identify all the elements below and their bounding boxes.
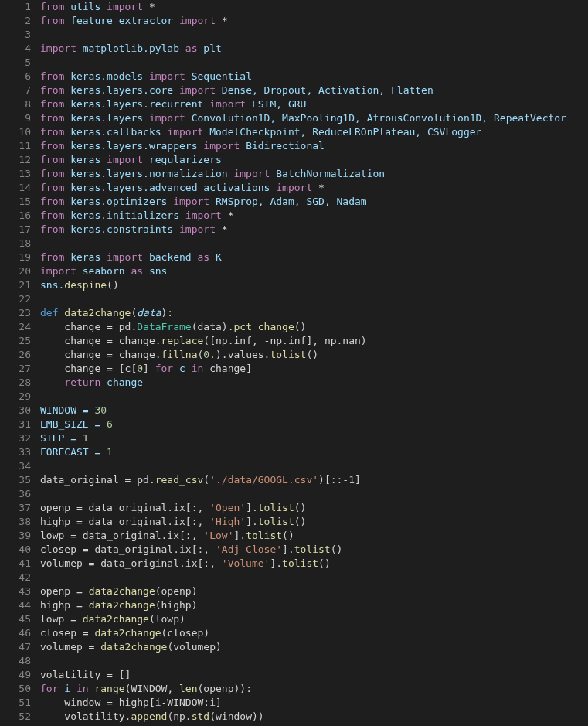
line-number: 28 (0, 376, 31, 390)
token-var: keras.layers.core (70, 84, 179, 96)
token-punc: () (294, 516, 307, 527)
code-line[interactable] (40, 56, 588, 70)
token-kw: import (149, 112, 192, 124)
code-line[interactable] (40, 654, 588, 668)
code-line[interactable] (40, 292, 588, 306)
code-line[interactable]: lowp = data2change(lowp) (40, 612, 588, 626)
token-op: (np. (167, 711, 191, 722)
code-line[interactable]: from feature_extractor import * (40, 14, 588, 28)
code-area[interactable]: from utils import *from feature_extracto… (40, 0, 588, 726)
code-line[interactable]: from keras.layers.recurrent import LSTM,… (40, 97, 588, 111)
code-line[interactable]: from keras.layers.wrappers import Bidire… (40, 139, 588, 153)
code-line[interactable]: sns.despine() (40, 278, 588, 292)
code-line[interactable]: openp = data2change(openp) (40, 585, 588, 598)
token-kw: as (185, 43, 203, 54)
code-line[interactable]: volatility = [] (40, 668, 588, 682)
token-kw: import (149, 70, 192, 82)
token-fn: data2change (89, 585, 155, 597)
line-number: 38 (0, 515, 31, 529)
token-num: 0 (137, 363, 143, 374)
code-line[interactable]: from keras.callbacks import ModelCheckpo… (40, 125, 588, 139)
code-line[interactable]: from keras.layers.core import Dense, Dro… (40, 84, 588, 97)
token-kw: as (131, 265, 148, 277)
code-line[interactable]: from keras import backend as K (40, 251, 588, 264)
code-line[interactable]: FORECAST = 1 (40, 445, 588, 459)
line-number: 32 (0, 431, 31, 445)
code-line[interactable]: import seaborn as sns (40, 264, 588, 278)
code-line[interactable]: return change (40, 376, 588, 390)
code-line[interactable] (40, 459, 588, 473)
line-number: 8 (0, 97, 31, 111)
code-line[interactable]: openp = data_original.ix[:, 'Open'].toli… (40, 501, 588, 515)
token-fn: std (192, 711, 209, 722)
code-line[interactable]: from keras.optimizers import RMSprop, Ad… (40, 195, 588, 209)
code-line[interactable]: closep = data2change(closep) (40, 626, 588, 640)
code-line[interactable] (40, 390, 588, 404)
code-line[interactable]: def data2change(data): (40, 306, 588, 320)
token-op: volumep = data_original.ix[:, (40, 557, 222, 569)
token-punc: ): (161, 307, 174, 319)
code-line[interactable]: change = [c[0] for c in change] (40, 362, 588, 376)
token-op: ]. (282, 544, 294, 555)
code-line[interactable]: highp = data2change(highp) (40, 598, 588, 612)
code-line[interactable]: window = highp[i-WINDOW:i] (40, 696, 588, 710)
token-fn: data2change (64, 307, 131, 319)
line-number: 9 (0, 111, 31, 125)
code-line[interactable]: change = change.replace([np.inf, -np.inf… (40, 334, 588, 348)
line-number: 25 (0, 334, 31, 348)
code-line[interactable] (40, 28, 588, 42)
line-number: 16 (0, 209, 31, 223)
token-op: ]. (246, 516, 258, 527)
token-fn: tolist (270, 349, 306, 360)
code-line[interactable]: change = pd.DataFrame(data).pct_change() (40, 320, 588, 334)
token-op: (highp) (155, 599, 198, 611)
code-line[interactable]: WINDOW = 30 (40, 404, 588, 418)
code-line[interactable]: for i in range(WINDOW, len(openp)): (40, 682, 588, 696)
code-line[interactable]: from keras.layers import Convolution1D, … (40, 111, 588, 125)
code-line[interactable]: STEP = 1 (40, 431, 588, 445)
code-line[interactable]: volumep = data2change(volumep) (40, 640, 588, 654)
line-number: 7 (0, 84, 31, 97)
code-line[interactable]: from keras.initializers import * (40, 209, 588, 223)
token-op: change = change. (40, 335, 161, 346)
code-line[interactable]: closep = data_original.ix[:, 'Adj Close'… (40, 543, 588, 557)
token-kw: import (209, 98, 252, 110)
token-var: Convolution1D, MaxPooling1D, AtrousConvo… (192, 112, 566, 124)
code-line[interactable]: volumep = data_original.ix[:, 'Volume'].… (40, 557, 588, 571)
token-kw: as (198, 251, 216, 263)
token-var: WINDOW = (40, 404, 94, 416)
code-line[interactable]: import matplotlib.pylab as plt (40, 42, 588, 56)
token-fn: pct_change (233, 321, 294, 332)
code-line[interactable]: volatility.append(np.std(window)) (40, 710, 588, 724)
code-line[interactable]: from keras.layers.normalization import B… (40, 167, 588, 181)
code-line[interactable]: lowp = data_original.ix[:, 'Low'].tolist… (40, 529, 588, 543)
code-line[interactable]: from keras.layers.advanced_activations i… (40, 181, 588, 195)
token-var: STEP = (40, 432, 83, 444)
code-line[interactable] (40, 237, 588, 251)
token-kw: import (179, 15, 222, 26)
token-kw: from (40, 210, 70, 221)
code-editor[interactable]: 1234567891011121314151617181920212223242… (0, 0, 588, 726)
code-line[interactable]: data_original = pd.read_csv('./data/GOOG… (40, 473, 588, 487)
token-op: ).values. (216, 349, 270, 360)
token-var: keras.optimizers (70, 196, 173, 207)
code-line[interactable]: from keras import regularizers (40, 153, 588, 167)
code-line[interactable]: highp = data_original.ix[:, 'High'].toli… (40, 515, 588, 529)
token-op: (openp)): (198, 683, 252, 694)
token-op: ]. (270, 557, 282, 569)
token-op: ]. (246, 502, 258, 513)
code-line[interactable]: from utils import * (40, 0, 588, 14)
token-var: FORECAST = (40, 446, 107, 458)
token-punc: () (306, 349, 318, 360)
code-line[interactable] (40, 571, 588, 585)
line-number: 45 (0, 612, 31, 626)
code-line[interactable]: from keras.constraints import * (40, 223, 588, 237)
token-fn: append (131, 711, 167, 722)
token-var: feature_extractor (70, 15, 179, 26)
code-line[interactable]: from keras.models import Sequential (40, 70, 588, 84)
code-line[interactable]: change = change.fillna(0.).values.tolist… (40, 348, 588, 362)
token-op: change = change. (40, 349, 161, 360)
code-line[interactable]: EMB_SIZE = 6 (40, 418, 588, 431)
code-line[interactable] (40, 487, 588, 501)
line-number: 50 (0, 682, 31, 696)
